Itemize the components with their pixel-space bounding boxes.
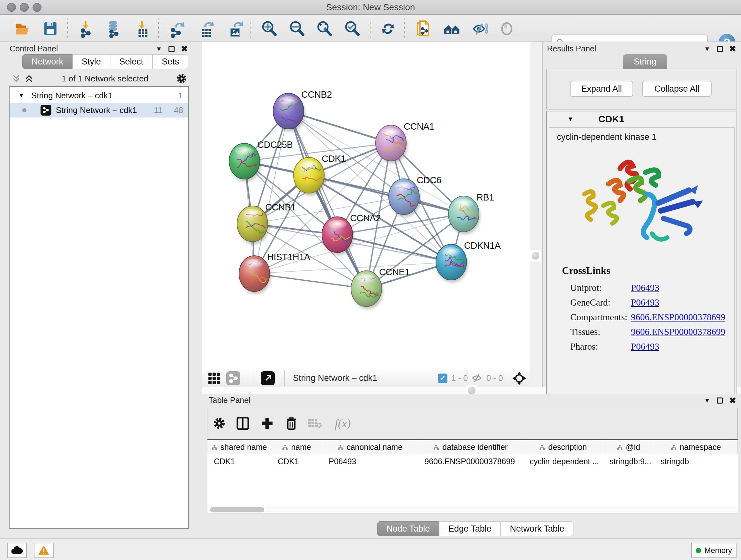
delete-column-icon[interactable] [283,415,299,431]
panel-menu-icon[interactable]: ▼ [704,397,711,404]
panel-menu-icon[interactable]: ▼ [704,45,711,53]
zoom-out-icon[interactable] [288,20,307,38]
panel-float-icon[interactable] [717,397,723,403]
crosslink-row: Pharos:P06493 [570,339,730,354]
node-label: CCNE1 [379,267,410,277]
column-header[interactable]: @id [603,440,654,454]
table-cell[interactable]: cyclin-dependent ... [523,454,603,469]
crosslink-row: Tissues:9606.ENSP00000378699 [570,324,730,339]
eye-slash-icon[interactable] [470,20,488,38]
panel-close-icon[interactable]: ✖ [729,44,736,54]
expand-all-button[interactable]: Expand All [570,81,633,97]
table-hscrollbar[interactable] [207,506,738,513]
table-header-row: shared namenamecanonical namedatabase id… [207,440,738,454]
column-header-label: shared name [220,442,267,452]
gene-collapse-triangle-icon[interactable]: ▼ [567,116,574,123]
status-bar: Memory [0,538,741,560]
column-header-label: canonical name [347,442,402,452]
import-network-from-file-icon[interactable] [78,20,96,38]
string-home-icon[interactable] [443,20,461,38]
open-session-icon[interactable] [13,20,31,38]
export-table-icon[interactable] [198,20,216,38]
network-row[interactable]: String Network – cdk1 11 48 [10,103,188,118]
crosslink-link[interactable]: P06493 [631,297,659,308]
crosslink-row: Uniprot:P06493 [570,280,730,295]
tab-string[interactable]: String [623,54,667,69]
vertical-splitter[interactable] [530,42,542,387]
selected-checkbox-icon[interactable]: ✓ [438,374,448,383]
share-network-icon[interactable] [226,371,241,386]
cloud-button[interactable] [7,543,27,558]
tab-edge-table[interactable]: Edge Table [439,521,501,536]
tab-network[interactable]: Network [22,54,72,69]
network-edge[interactable] [254,273,366,289]
duplicate-network-icon[interactable] [415,20,433,38]
crosslink-link[interactable]: P06493 [631,283,659,293]
table-cell[interactable]: CDK1 [271,454,322,469]
node-label: CCNB1 [265,202,296,212]
tab-network-table[interactable]: Network Table [501,521,574,536]
column-header[interactable]: name [271,440,322,454]
table-cell[interactable]: stringdb:9... [603,454,654,469]
import-network-from-database-icon[interactable] [105,20,123,38]
zoom-fit-icon[interactable] [316,20,334,38]
crosslink-label: Compartments: [570,312,631,322]
collapse-triangle-icon[interactable]: ▼ [18,92,24,99]
collapse-all-button[interactable]: Collapse All [642,81,712,97]
export-network-icon[interactable] [169,20,186,38]
network-canvas[interactable]: CCNB2CCNA1CDC25BCDK1CDC6RB1CCNB1CCNA2CDK… [202,42,530,369]
show-columns-icon[interactable] [235,415,251,431]
panel-menu-icon[interactable]: ▼ [156,45,162,53]
export-image-icon[interactable] [226,20,245,38]
refresh-layout-icon[interactable] [379,20,397,38]
column-header[interactable]: database identifier [418,440,523,454]
table-row[interactable]: CDK1CDK1P064939606.ENSP00000378699cyclin… [207,454,738,469]
chevron-double-up-icon[interactable] [24,74,34,83]
gear-icon[interactable] [176,73,187,84]
launch-view-icon[interactable] [260,371,275,386]
panel-float-icon[interactable] [169,46,175,52]
separator [509,370,509,386]
tab-style[interactable]: Style [72,54,110,69]
table-cell[interactable]: P06493 [322,454,418,469]
panel-close-icon[interactable]: ✖ [181,44,188,54]
column-header[interactable]: namespace [654,440,738,454]
network-collection-row[interactable]: ▼ String Network – cdk1 1 [10,88,188,103]
node-label: CCNA2 [350,213,381,223]
memory-status-dot [696,548,701,553]
tab-node-table[interactable]: Node Table [377,521,439,536]
table-cell[interactable]: 9606.ENSP00000378699 [418,454,523,469]
column-header[interactable]: description [523,440,603,454]
table-gear-icon[interactable] [211,415,227,431]
save-session-icon[interactable] [42,20,59,38]
pan-crosshair-icon[interactable] [512,371,527,386]
column-header-label: database identifier [442,442,508,452]
birdseye-grid-icon[interactable] [207,371,221,386]
tab-select[interactable]: Select [110,54,152,69]
column-header-label: description [548,442,587,452]
selected-counts: 1 - 0 [451,373,468,383]
tab-sets[interactable]: Sets [152,54,188,69]
column-header[interactable]: canonical name [322,440,418,454]
splitter-grip[interactable] [530,250,541,261]
crosslink-label: Pharos: [570,341,631,352]
network-label: String Network – cdk1 [56,105,137,115]
warnings-button[interactable] [34,543,54,558]
separator [284,370,285,386]
crosslink-link[interactable]: 9606.ENSP00000378699 [631,327,725,337]
zoom-in-icon[interactable] [261,20,279,38]
crosslink-link[interactable]: P06493 [631,341,659,352]
panel-float-icon[interactable] [717,46,723,52]
crosslink-link[interactable]: 9606.ENSP00000378699 [631,312,725,322]
panel-close-icon[interactable]: ✖ [729,395,736,406]
chevron-double-down-icon[interactable] [11,74,21,83]
delete-table-icon [307,415,323,431]
table-cell[interactable]: stringdb [654,454,738,469]
add-column-icon[interactable] [259,415,275,431]
table-cell[interactable]: CDK1 [207,454,271,469]
scrollbar-thumb[interactable] [210,507,264,512]
column-header[interactable]: shared name [207,440,271,454]
import-table-from-file-icon[interactable] [134,20,152,38]
zoom-selected-icon[interactable] [344,20,361,38]
memory-button[interactable]: Memory [691,543,737,558]
